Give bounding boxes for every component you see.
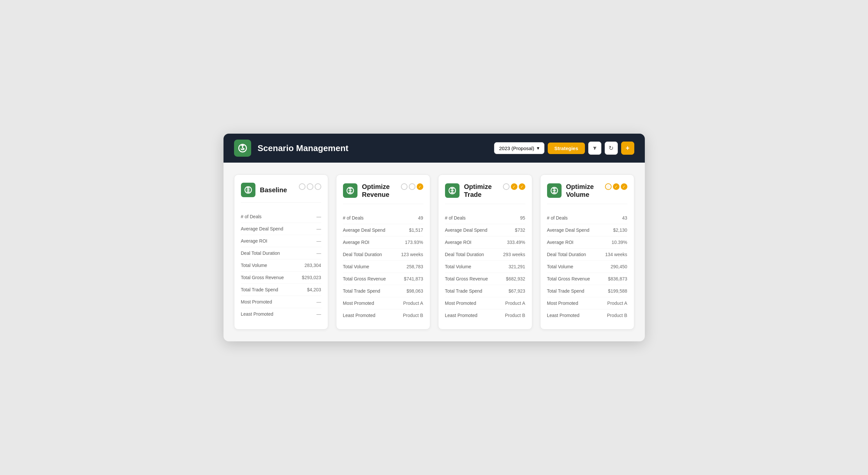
- card-title: Baseline: [260, 186, 287, 194]
- metric-row-1: Average Deal Spend $732: [445, 224, 525, 236]
- action-dot-0[interactable]: ◌: [605, 183, 612, 190]
- metric-row-7: Most Promoted Product A: [343, 297, 423, 310]
- action-dot-1[interactable]: [307, 183, 313, 190]
- metric-row-4: Total Volume 290,450: [547, 261, 627, 273]
- metric-row-0: # of Deals 43: [547, 212, 627, 224]
- metric-value: $4,203: [307, 287, 321, 292]
- dropdown-arrow-icon: ▾: [537, 145, 539, 151]
- metric-label: Total Trade Spend: [241, 287, 278, 292]
- metric-row-2: Average ROI —: [241, 235, 321, 247]
- metric-label: Deal Total Duration: [343, 252, 382, 257]
- cards-grid: Baseline # of Deals — Average Deal Spend…: [234, 175, 634, 329]
- metric-value: 283,304: [305, 263, 321, 268]
- app-window: Scenario Management 2023 (Proposal) ▾ St…: [223, 134, 645, 341]
- metric-label: Total Volume: [343, 264, 369, 269]
- metric-row-2: Average ROI 173.93%: [343, 236, 423, 249]
- metric-label: Average ROI: [241, 238, 268, 244]
- metric-row-7: Most Promoted Product A: [547, 297, 627, 310]
- action-dot-0[interactable]: [299, 183, 306, 190]
- card-title: Optimize Revenue: [362, 183, 401, 198]
- metric-label: Total Gross Revenue: [241, 275, 284, 280]
- refresh-button[interactable]: ↻: [605, 141, 618, 155]
- metric-value: $199,588: [608, 288, 627, 294]
- action-dot-1[interactable]: [409, 183, 415, 190]
- metric-row-2: Average ROI 333.49%: [445, 236, 525, 249]
- metric-label: Deal Total Duration: [241, 251, 280, 256]
- metric-value: $682,932: [506, 276, 525, 281]
- metric-row-1: Average Deal Spend $1,517: [343, 224, 423, 236]
- metric-row-3: Deal Total Duration —: [241, 247, 321, 259]
- metric-value: Product A: [607, 300, 627, 306]
- metric-value: Product B: [607, 313, 627, 318]
- action-dot-2[interactable]: ✓: [519, 183, 525, 190]
- card-actions: ◌✓✓: [605, 183, 627, 190]
- action-dot-0[interactable]: [401, 183, 407, 190]
- metric-label: Total Gross Revenue: [547, 276, 590, 281]
- metric-value: $732: [515, 227, 525, 233]
- card-baseline: Baseline # of Deals — Average Deal Spend…: [234, 175, 328, 329]
- year-dropdown[interactable]: 2023 (Proposal) ▾: [494, 142, 545, 154]
- metric-value: 123 weeks: [401, 252, 423, 257]
- metric-label: Total Volume: [547, 264, 574, 269]
- card-header: Optimize Trade ✓✓: [445, 183, 525, 204]
- metric-label: Deal Total Duration: [547, 252, 586, 257]
- header: Scenario Management 2023 (Proposal) ▾ St…: [223, 134, 645, 163]
- metric-label: Most Promoted: [241, 299, 272, 305]
- metric-label: Deal Total Duration: [445, 252, 484, 257]
- metric-label: Most Promoted: [547, 300, 578, 306]
- header-left: Scenario Management: [234, 139, 349, 157]
- card-actions: ✓✓: [503, 183, 525, 190]
- metric-row-5: Total Gross Revenue $682,932: [445, 273, 525, 285]
- card-actions: ✓: [401, 183, 423, 190]
- metric-row-4: Total Volume 283,304: [241, 259, 321, 272]
- card-icon: [445, 183, 460, 198]
- metric-label: Most Promoted: [343, 300, 374, 306]
- metric-label: Average ROI: [547, 240, 574, 245]
- action-dot-0[interactable]: [503, 183, 509, 190]
- action-dot-2[interactable]: ✓: [621, 183, 627, 190]
- metric-label: Least Promoted: [241, 311, 274, 317]
- metric-row-3: Deal Total Duration 134 weeks: [547, 249, 627, 261]
- metric-value: 134 weeks: [605, 252, 627, 257]
- metric-label: Total Volume: [241, 263, 267, 268]
- metric-label: # of Deals: [547, 215, 568, 221]
- metric-value: 95: [520, 215, 525, 221]
- metric-row-3: Deal Total Duration 293 weeks: [445, 249, 525, 261]
- card-header-left: Baseline: [241, 183, 287, 197]
- action-dot-1[interactable]: ✓: [613, 183, 619, 190]
- card-header-left: Optimize Volume: [547, 183, 605, 198]
- metric-label: Average Deal Spend: [241, 226, 283, 231]
- action-dot-2[interactable]: ✓: [417, 183, 423, 190]
- metric-value: Product B: [505, 313, 525, 318]
- metric-label: Least Promoted: [547, 313, 580, 318]
- metrics-list: # of Deals 49 Average Deal Spend $1,517 …: [343, 212, 423, 321]
- metric-row-5: Total Gross Revenue $293,023: [241, 272, 321, 284]
- metric-value: —: [317, 311, 321, 317]
- metric-row-2: Average ROI 10.39%: [547, 236, 627, 249]
- strategies-button[interactable]: Strategies: [548, 142, 585, 154]
- metric-row-0: # of Deals —: [241, 211, 321, 223]
- metric-value: 333.49%: [507, 240, 525, 245]
- metric-value: $293,023: [302, 275, 321, 280]
- action-dot-2[interactable]: [315, 183, 321, 190]
- metric-value: $836,873: [608, 276, 627, 281]
- metric-row-0: # of Deals 49: [343, 212, 423, 224]
- metric-row-6: Total Trade Spend $199,588: [547, 285, 627, 297]
- metric-label: Average Deal Spend: [445, 227, 488, 233]
- header-right: 2023 (Proposal) ▾ Strategies ↻ +: [494, 141, 634, 155]
- metric-row-1: Average Deal Spend $2,130: [547, 224, 627, 236]
- metric-row-8: Least Promoted Product B: [343, 310, 423, 321]
- metric-row-6: Total Trade Spend $98,063: [343, 285, 423, 297]
- metric-value: 258,783: [406, 264, 423, 269]
- action-dot-1[interactable]: ✓: [511, 183, 518, 190]
- card-optimize-trade: Optimize Trade ✓✓ # of Deals 95 Average …: [438, 175, 532, 329]
- metrics-list: # of Deals 43 Average Deal Spend $2,130 …: [547, 212, 627, 321]
- add-button[interactable]: +: [621, 141, 634, 155]
- metric-label: Total Trade Spend: [445, 288, 483, 294]
- metric-label: # of Deals: [241, 214, 262, 219]
- filter-button[interactable]: [588, 141, 601, 155]
- header-title: Scenario Management: [258, 143, 349, 153]
- card-header: Optimize Revenue ✓: [343, 183, 423, 204]
- metric-label: Most Promoted: [445, 300, 476, 306]
- card-actions: [299, 183, 321, 190]
